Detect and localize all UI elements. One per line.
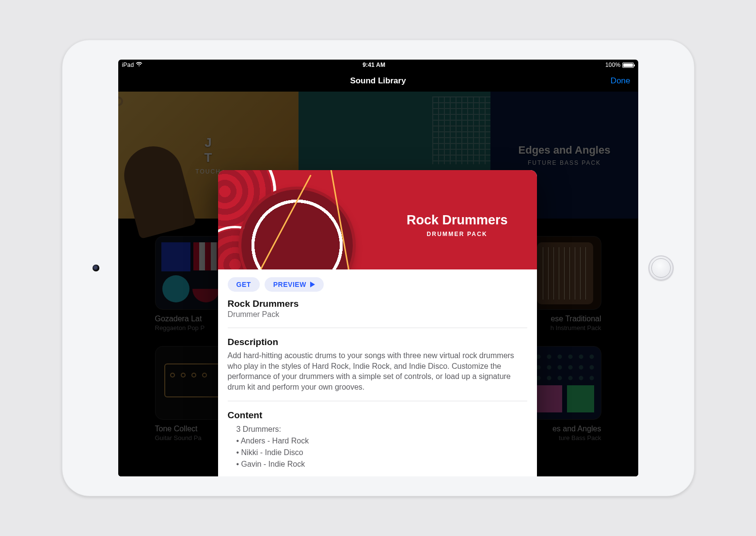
modal-pack-title: Rock Drummers: [228, 299, 527, 309]
camera-dot: [93, 265, 99, 271]
status-bar: iPad 9:41 AM 100%: [118, 60, 638, 70]
hero-title: Rock Drummers: [407, 213, 508, 228]
hero-subtitle: DRUMMER PACK: [407, 231, 508, 237]
wifi-icon: [136, 62, 142, 68]
library-content: J T TOUCH Edges and Angles FUTURE BASS P…: [118, 92, 638, 476]
list-item: • Nikki - Indie Disco: [236, 447, 527, 458]
get-label: GET: [236, 281, 251, 288]
description-text: Add hard-hitting acoustic drums to your …: [228, 350, 527, 392]
preview-label: PREVIEW: [273, 281, 306, 288]
list-item: • Gavin - Indie Rock: [236, 458, 527, 470]
list-item: • Anders - Hard Rock: [236, 435, 527, 447]
clock: 9:41 AM: [362, 62, 385, 68]
battery-icon: [622, 63, 634, 68]
divider: [228, 328, 527, 328]
nav-bar: Sound Library Done: [118, 70, 638, 92]
content-list: 3 Drummers: • Anders - Hard Rock • Nikki…: [228, 424, 527, 476]
device-label: iPad: [122, 62, 134, 68]
divider: [228, 401, 527, 401]
description-header: Description: [228, 337, 527, 347]
play-icon: [310, 282, 315, 287]
pack-detail-modal: Rock Drummers DRUMMER PACK GET PREVIEW: [218, 170, 537, 476]
battery-percent: 100%: [605, 62, 621, 68]
done-button[interactable]: Done: [611, 76, 630, 86]
modal-hero: Rock Drummers DRUMMER PACK: [218, 170, 537, 269]
ipad-device-frame: iPad 9:41 AM 100% Sound Library Done: [62, 40, 694, 496]
get-button[interactable]: GET: [228, 277, 260, 292]
modal-pack-subtitle: Drummer Pack: [228, 310, 527, 319]
preview-button[interactable]: PREVIEW: [265, 277, 324, 292]
home-button[interactable]: [648, 255, 674, 281]
screen: iPad 9:41 AM 100% Sound Library Done: [118, 60, 638, 476]
list-item: 3 Drummers:: [228, 424, 527, 435]
content-header: Content: [228, 410, 527, 421]
page-title: Sound Library: [350, 76, 406, 86]
